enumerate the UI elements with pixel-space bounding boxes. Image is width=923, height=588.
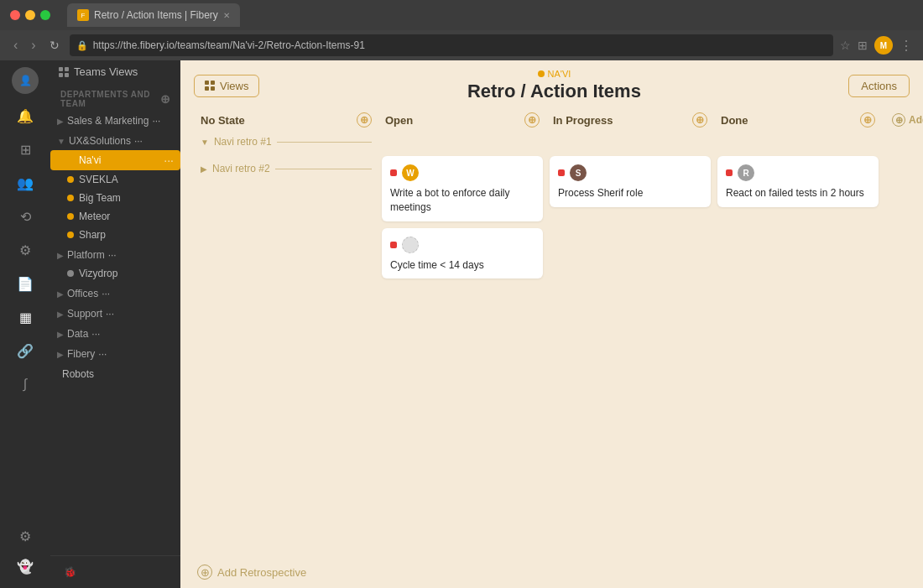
link-icon[interactable]: 🔗 xyxy=(10,336,40,366)
col-inprogress-add-icon[interactable]: ⊕ xyxy=(692,112,707,127)
navi-more-icon[interactable]: ··· xyxy=(164,154,174,167)
sidebar-group-ux-header[interactable]: ▼ UX&Solutions ··· xyxy=(50,132,180,150)
ux-more-icon[interactable]: ··· xyxy=(134,135,143,147)
data-more-icon[interactable]: ··· xyxy=(91,328,100,340)
maximize-traffic-light[interactable] xyxy=(40,10,50,20)
notifications-icon[interactable]: 🔔 xyxy=(10,101,40,131)
col-nostate-add-icon[interactable]: ⊕ xyxy=(357,112,372,127)
dept-label: DEPARTMENTS AND TEAM ⊕ xyxy=(50,83,180,112)
sidebar-bottom-item[interactable]: 🐞 xyxy=(57,563,174,581)
views-button[interactable]: Views xyxy=(194,75,259,97)
card-react-failed[interactable]: R React on failed tests in 2 hours xyxy=(717,156,879,207)
sidebar-item-sharp[interactable]: Sharp ··· xyxy=(50,226,180,244)
col-addstate xyxy=(882,133,923,543)
breadcrumb-text: NA'VI xyxy=(548,69,571,79)
fibery-chevron-icon: ▶ xyxy=(57,350,64,359)
kanban-board: ▼ Navi retro #1 ▶ Navi retro #2 xyxy=(180,133,923,556)
sidebar-item-robots[interactable]: Robots ··· xyxy=(50,365,180,383)
col-header-nostate: No State ⊕ xyxy=(194,112,378,127)
col-open-add-icon[interactable]: ⊕ xyxy=(524,112,540,127)
forward-button[interactable]: › xyxy=(28,36,39,55)
fibery-more-icon[interactable]: ··· xyxy=(98,348,107,360)
sidebar-group-platform-header[interactable]: ▶ Platform ··· xyxy=(50,246,180,264)
retro1-done: R React on failed tests in 2 hours xyxy=(717,133,879,214)
browser-toolbar: ‹ › ↻ 🔒 https://the.fibery.io/teams/team… xyxy=(0,30,923,60)
sidebar-item-bigteam[interactable]: Big Team ··· xyxy=(50,189,180,207)
support-chevron-icon: ▶ xyxy=(57,310,64,319)
actions-button[interactable]: Actions xyxy=(848,75,910,97)
board-icon[interactable]: ▦ xyxy=(10,302,40,332)
teams-views-label: Teams Views xyxy=(74,65,138,78)
platform-more-icon[interactable]: ··· xyxy=(108,249,117,261)
extensions-icon[interactable]: ⊞ xyxy=(858,39,868,52)
chevron-icon: ▶ xyxy=(57,117,64,126)
sidebar-group-offices-header[interactable]: ▶ Offices ··· xyxy=(50,284,180,303)
retro2-line xyxy=(275,169,372,169)
card-avatar-brown: S xyxy=(570,164,587,181)
card-cycle-time-header xyxy=(390,237,535,253)
secure-icon: 🔒 xyxy=(76,40,88,51)
sidebar-item-navi[interactable]: Na'vi ··· xyxy=(50,150,180,170)
sidebar-group-support-header[interactable]: ▶ Support ··· xyxy=(50,304,180,323)
col-nostate-label: No State xyxy=(201,114,245,127)
retro2-chevron[interactable]: ▶ xyxy=(201,164,207,174)
user-avatar[interactable]: M xyxy=(874,36,893,55)
sidebar-group-fibery-header[interactable]: ▶ Fibery ··· xyxy=(50,345,180,363)
settings-icon[interactable]: ⚙ xyxy=(10,235,40,265)
teams-views-item[interactable]: Teams Views xyxy=(50,60,180,83)
star-icon[interactable]: ☆ xyxy=(840,39,851,52)
sidebar-group-offices-label: Offices xyxy=(67,288,98,299)
support-more-icon[interactable]: ··· xyxy=(106,308,114,320)
grid-icon xyxy=(59,67,69,77)
card-avatar-empty xyxy=(402,237,419,253)
retro1-label-text: Navi retro #1 xyxy=(214,136,272,148)
sidebar-item-sharp-label: Sharp xyxy=(79,229,106,241)
back-button[interactable]: ‹ xyxy=(10,36,21,55)
document-icon[interactable]: 📄 xyxy=(10,268,40,299)
card-cycle-time[interactable]: Cycle time < 14 days xyxy=(382,228,543,279)
sidebar-item-svekla[interactable]: SVEKLA ··· xyxy=(50,170,180,189)
refresh-button[interactable]: ↻ xyxy=(46,37,63,54)
sidebar-item-vizydrop[interactable]: Vizydrop ··· xyxy=(50,264,180,283)
menu-dots-icon[interactable]: ⋮ xyxy=(900,38,913,54)
bug-icon: 🐞 xyxy=(64,566,76,578)
sidebar-group-data: ▶ Data ··· xyxy=(50,325,180,343)
close-traffic-light[interactable] xyxy=(10,10,20,20)
browser-chrome: F Retro / Action Items | Fibery ✕ ‹ › ↻ … xyxy=(0,0,923,60)
address-bar[interactable]: 🔒 https://the.fibery.io/teams/team/Na'vi… xyxy=(70,34,833,56)
add-retrospective-button[interactable]: ⊕ Add Retrospective xyxy=(180,556,923,588)
col-nostate: ▼ Navi retro #1 ▶ Navi retro #2 xyxy=(194,133,378,543)
retro2-label-text: Navi retro #2 xyxy=(212,163,270,174)
add-dept-icon[interactable]: ⊕ xyxy=(160,92,171,106)
search-icon[interactable]: ⊞ xyxy=(10,134,40,164)
sidebar-group-data-label: Data xyxy=(67,328,88,340)
user-icon[interactable]: 👻 xyxy=(10,551,40,581)
user-profile-avatar[interactable]: 👤 xyxy=(12,67,39,94)
tab-close-icon[interactable]: ✕ xyxy=(223,11,230,20)
col-header-addstate: ⊕ Add State xyxy=(882,112,923,127)
sharp-dot xyxy=(67,232,74,238)
more-icon[interactable]: ··· xyxy=(152,115,160,127)
retro1-line xyxy=(277,142,372,143)
toolbar-actions: ☆ ⊞ M ⋮ xyxy=(840,36,913,55)
formula-icon[interactable]: ∫ xyxy=(10,369,40,399)
sidebar-group-data-header[interactable]: ▶ Data ··· xyxy=(50,325,180,343)
sidebar-group-offices: ▶ Offices ··· xyxy=(50,284,180,303)
col-open-label: Open xyxy=(385,114,413,127)
card-write-bot[interactable]: W Write a bot to enforce daily meetings xyxy=(382,156,543,221)
history-icon[interactable]: ⟲ xyxy=(10,201,40,232)
retro1-chevron[interactable]: ▼ xyxy=(201,138,209,147)
minimize-traffic-light[interactable] xyxy=(25,10,35,20)
add-state-button[interactable]: ⊕ Add State xyxy=(889,113,923,127)
col-done-add-icon[interactable]: ⊕ xyxy=(860,112,875,127)
tab-bar: F Retro / Action Items | Fibery ✕ xyxy=(67,3,240,27)
sidebar-item-meteor[interactable]: Meteor ··· xyxy=(50,207,180,226)
gear-icon[interactable]: ⚙ xyxy=(10,521,40,551)
sidebar-group-sales: ▶ Sales & Marketing ··· xyxy=(50,112,180,130)
browser-tab[interactable]: F Retro / Action Items | Fibery ✕ xyxy=(67,3,240,27)
main-content: Views NA'VI Retro / Action Items Actions… xyxy=(180,60,923,588)
team-icon[interactable]: 👥 xyxy=(10,168,40,198)
sidebar-group-sales-header[interactable]: ▶ Sales & Marketing ··· xyxy=(50,112,180,130)
card-process-sherif[interactable]: S Process Sherif role xyxy=(550,156,711,207)
offices-more-icon[interactable]: ··· xyxy=(102,288,110,299)
